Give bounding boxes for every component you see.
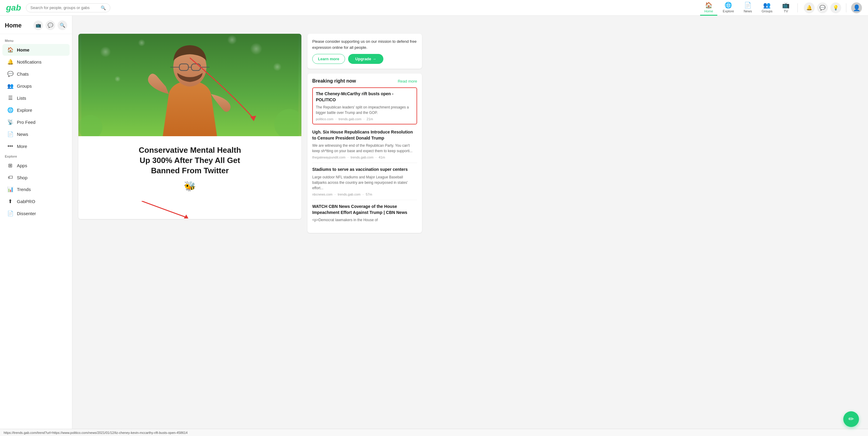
nav-tv[interactable]: 📺 TV: [778, 0, 794, 16]
news-excerpt-1: The Republican leaders' split on impeach…: [316, 104, 413, 116]
nav-explore-label: Explore: [723, 9, 734, 13]
user-avatar[interactable]: 👤: [851, 2, 862, 13]
sidebar-notifications-label: Notifications: [17, 59, 41, 64]
news-dot-3: ·: [335, 192, 336, 196]
sidebar-item-dissenter[interactable]: 📄 Dissenter: [2, 208, 70, 219]
learn-more-button[interactable]: Learn more: [312, 54, 345, 64]
svg-point-1: [100, 46, 111, 57]
news-secondary-source-3: trends.gab.com: [338, 192, 361, 196]
promo-card: Please consider supporting us on our mis…: [307, 34, 422, 69]
profeed-sidebar-icon: 📡: [7, 119, 13, 125]
explore-icon: 🌐: [724, 1, 732, 9]
action-divider: [846, 3, 846, 12]
main-content: Conservative Mental Health Up 300% After…: [72, 28, 868, 436]
news-title-4: WATCH CBN News Coverage of the House Imp…: [312, 204, 417, 215]
nav-groups-label: Groups: [762, 9, 772, 13]
sidebar-groups-label: Groups: [17, 84, 32, 89]
gabpro-sidebar-icon: ⬆: [7, 198, 13, 205]
sidebar-item-home[interactable]: 🏠 Home: [2, 44, 70, 56]
sidebar-tv-button[interactable]: 📺: [33, 21, 43, 30]
menu-section-label: Menu: [0, 36, 72, 44]
site-logo[interactable]: gab: [6, 3, 21, 13]
news-dot-1: ·: [336, 117, 336, 121]
sidebar-chat-button[interactable]: 💬: [45, 21, 55, 30]
nav-news[interactable]: 📄 News: [739, 0, 756, 16]
sidebar-dissenter-label: Dissenter: [17, 211, 36, 216]
svg-point-3: [250, 43, 262, 55]
news-item-2[interactable]: Ugh. Six House Republicans Introduce Res…: [312, 126, 417, 163]
sidebar-item-groups[interactable]: 👥 Groups: [2, 80, 70, 92]
post-logo: 🐝: [87, 181, 292, 192]
post-caption-text: Conservative Mental Health Up 300% After…: [87, 145, 292, 176]
news-item-1[interactable]: The Cheney-McCarthy rift busts open - PO…: [312, 87, 417, 124]
news-dot-3b: ·: [363, 192, 364, 196]
nav-tv-label: TV: [784, 9, 788, 13]
sidebar-search-button[interactable]: 🔍: [58, 21, 67, 30]
sidebar-profeed-label: Pro Feed: [17, 120, 36, 125]
sidebar-item-profeed[interactable]: 📡 Pro Feed: [2, 116, 70, 128]
feed-post: Conservative Mental Health Up 300% After…: [79, 34, 301, 219]
news-time-3: 57m: [366, 192, 372, 196]
sidebar-more-label: More: [17, 144, 27, 149]
nav-divider: [798, 3, 798, 12]
notifications-sidebar-icon: 🔔: [7, 59, 13, 65]
tv-icon: 📺: [782, 1, 789, 9]
nav-home-label: Home: [704, 9, 713, 13]
post-illustration: [79, 34, 301, 136]
right-panel: Please consider supporting us on our mis…: [307, 34, 422, 436]
chats-sidebar-icon: 💬: [7, 71, 13, 77]
sidebar-item-gabpro[interactable]: ⬆ GabPRO: [2, 195, 70, 207]
groups-sidebar-icon: 👥: [7, 83, 13, 89]
news-title-3: Stadiums to serve as vaccination super c…: [312, 167, 417, 173]
news-excerpt-2: We are witnessing the end of the Republi…: [312, 143, 417, 154]
sidebar-item-shop[interactable]: 🏷 Shop: [2, 172, 70, 183]
groups-icon: 👥: [763, 1, 771, 9]
compose-fab[interactable]: ✏: [843, 411, 859, 427]
page-wrapper: Home 📺 💬 🔍 Menu 🏠 Home 🔔 Notifications 💬…: [0, 28, 868, 436]
sidebar-item-news[interactable]: 📄 News: [2, 128, 70, 140]
sidebar-header-icons: 📺 💬 🔍: [33, 21, 67, 30]
sidebar-lists-label: Lists: [17, 95, 26, 101]
news-title-1: The Cheney-McCarthy rift busts open - PO…: [316, 91, 413, 103]
sidebar-item-trends[interactable]: 📊 Trends: [2, 184, 70, 195]
sidebar-title: Home: [5, 22, 22, 29]
shop-sidebar-icon: 🏷: [7, 175, 13, 181]
sidebar-item-apps[interactable]: ⊞ Apps: [2, 160, 70, 172]
explore-sidebar-icon: 🌐: [7, 107, 13, 113]
news-meta-1: politico.com · trends.gab.com · 21m: [316, 117, 413, 121]
action-buttons: 🔔 💬 💡 👤: [804, 2, 862, 13]
news-sidebar-icon: 📄: [7, 131, 13, 137]
upgrade-button[interactable]: Upgrade →: [348, 54, 383, 64]
nav-groups[interactable]: 👥 Groups: [757, 0, 777, 16]
sidebar-explore-label: Explore: [17, 107, 32, 113]
news-dot-2b: ·: [375, 155, 377, 159]
chat-button[interactable]: 💬: [817, 2, 828, 13]
news-dot-2: ·: [347, 155, 349, 159]
sidebar-item-explore[interactable]: 🌐 Explore: [2, 104, 70, 116]
sidebar-news-label: News: [17, 132, 28, 137]
arrow-container: [79, 201, 301, 219]
post-hero-image: [79, 34, 301, 136]
read-more-link[interactable]: Read more: [398, 79, 417, 84]
trends-sidebar-icon: 📊: [7, 186, 13, 192]
sidebar-item-more[interactable]: ••• More: [2, 141, 70, 152]
search-bar[interactable]: 🔍: [26, 3, 110, 12]
sidebar-chats-label: Chats: [17, 71, 29, 76]
breaking-header: Breaking right now Read more: [312, 79, 417, 84]
ideas-button[interactable]: 💡: [830, 2, 841, 13]
nav-home[interactable]: 🏠 Home: [700, 0, 717, 16]
nav-explore[interactable]: 🌐 Explore: [718, 0, 738, 16]
sidebar-item-notifications[interactable]: 🔔 Notifications: [2, 56, 70, 68]
news-item-3[interactable]: Stadiums to serve as vaccination super c…: [312, 163, 417, 200]
more-sidebar-icon: •••: [7, 143, 13, 149]
notifications-button[interactable]: 🔔: [804, 2, 815, 13]
sidebar-item-chats[interactable]: 💬 Chats: [2, 68, 70, 80]
news-source-1: politico.com: [316, 117, 333, 121]
sidebar-gabpro-label: GabPRO: [17, 199, 35, 204]
sidebar-header: Home 📺 💬 🔍: [0, 21, 72, 34]
search-input[interactable]: [30, 5, 99, 10]
sidebar-item-lists[interactable]: ☰ Lists: [2, 92, 70, 104]
news-title-2: Ugh. Six House Republicans Introduce Res…: [312, 129, 417, 141]
promo-text: Please consider supporting us on our mis…: [312, 38, 417, 50]
news-item-4[interactable]: WATCH CBN News Coverage of the House Imp…: [312, 200, 417, 228]
